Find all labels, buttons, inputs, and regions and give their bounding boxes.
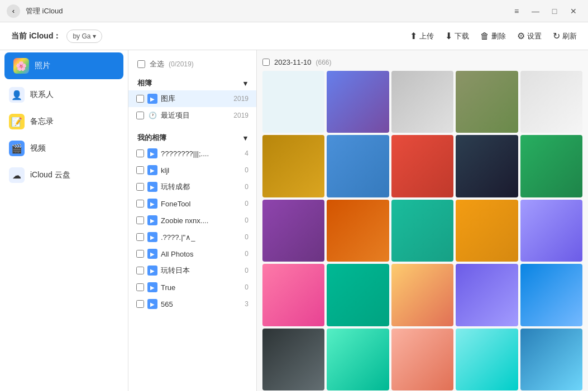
- album-name-album1: ????????|||;....: [161, 149, 239, 158]
- sidebar-item-icloud-drive[interactable]: ☁ iCloud 云盘: [0, 162, 128, 189]
- photo-cell[interactable]: [327, 329, 389, 390]
- photo-cell[interactable]: [520, 200, 582, 262]
- album-row-album1[interactable]: ▶ ????????|||;.... 4: [128, 145, 256, 162]
- left-panel: 全选 (0/2019) 相簿 ▾ ▶ 图库 2019 🕐 最近项目 2019 我…: [128, 50, 257, 391]
- photo-cell[interactable]: [327, 135, 389, 197]
- back-button[interactable]: ‹: [7, 4, 20, 18]
- album-row-album5[interactable]: ▶ Zoobie nxnx.... 0: [128, 212, 256, 229]
- photo-cell[interactable]: [456, 264, 518, 326]
- album-checkbox-album10[interactable]: [136, 300, 144, 308]
- album-checkbox-album4[interactable]: [136, 200, 144, 207]
- photo-cell[interactable]: [262, 200, 324, 262]
- toolbar-left: 当前 iCloud： by Ga ▾: [11, 30, 102, 43]
- photo-cell[interactable]: [327, 71, 389, 133]
- album-count-album7: 0: [245, 250, 248, 258]
- album-row-album2[interactable]: ▶ kljl 0: [128, 162, 256, 178]
- photo-cell[interactable]: [262, 264, 324, 326]
- album-count-album1: 4: [245, 149, 248, 157]
- album-name-library: 图库: [161, 94, 228, 104]
- album-name-album8: 玩转日本: [161, 266, 239, 276]
- maximize-button[interactable]: □: [547, 3, 562, 19]
- close-icon: ✕: [570, 7, 577, 16]
- album-row-album6[interactable]: ▶ .????.|"∧_ 0: [128, 229, 256, 245]
- my-album-section-title: 我的相簿 ▾: [128, 128, 256, 145]
- photo-cell[interactable]: [262, 135, 324, 197]
- date-group: 2023-11-10 (666): [262, 56, 582, 391]
- photo-cell[interactable]: [327, 264, 389, 326]
- photo-cell[interactable]: [520, 135, 582, 197]
- photo-cell[interactable]: [520, 264, 582, 326]
- album-row-album9[interactable]: ▶ True 0: [128, 279, 256, 296]
- select-all-checkbox[interactable]: [137, 60, 145, 68]
- icloud-icon: ☁: [9, 167, 25, 183]
- date-header: 2023-11-10 (666): [262, 56, 582, 71]
- refresh-button[interactable]: ↻ 刷新: [553, 31, 577, 41]
- photo-cell[interactable]: [391, 200, 453, 262]
- album-name-recent: 最近项目: [161, 110, 228, 120]
- toolbar: 当前 iCloud： by Ga ▾ ⬆ 上传 ⬇ 下载 🗑 删除 ⚙ 设置 ↻…: [0, 22, 588, 50]
- photo-cell[interactable]: [391, 329, 453, 390]
- album-checkbox-album1[interactable]: [136, 149, 144, 157]
- album-row-album3[interactable]: ▶ 玩转成都 0: [128, 178, 256, 195]
- photo-cell[interactable]: [456, 200, 518, 262]
- album-section-label: 相簿: [137, 78, 152, 88]
- album-folder-icon-album2: ▶: [147, 165, 157, 175]
- album-checkbox-album5[interactable]: [136, 216, 144, 224]
- album-row-album4[interactable]: ▶ FoneTool 0: [128, 195, 256, 212]
- close-button[interactable]: ✕: [566, 3, 581, 19]
- toolbar-actions: ⬆ 上传 ⬇ 下载 🗑 删除 ⚙ 设置 ↻ 刷新: [410, 31, 577, 41]
- photo-cell[interactable]: [262, 71, 324, 133]
- album-checkbox-album8[interactable]: [136, 267, 144, 274]
- refresh-label: 刷新: [562, 31, 577, 41]
- delete-icon: 🗑: [480, 31, 489, 41]
- minimize-button[interactable]: —: [528, 3, 543, 19]
- album-row-album7[interactable]: ▶ All Photos 0: [128, 245, 256, 262]
- album-name-album5: Zoobie nxnx....: [161, 216, 239, 225]
- album-name-album2: kljl: [161, 166, 239, 175]
- photo-cell[interactable]: [391, 71, 453, 133]
- photo-cell[interactable]: [262, 329, 324, 390]
- sidebar-item-videos[interactable]: 🎬 视频: [0, 135, 128, 162]
- account-name: by Ga: [73, 32, 90, 40]
- album-checkbox-album6[interactable]: [136, 233, 144, 241]
- account-selector[interactable]: by Ga ▾: [66, 30, 102, 43]
- upload-icon: ⬆: [410, 31, 417, 41]
- album-checkbox-album9[interactable]: [136, 283, 144, 291]
- window-controls: ≡ — □ ✕: [509, 3, 581, 19]
- date-group-checkbox[interactable]: [262, 59, 270, 66]
- menu-button[interactable]: ≡: [509, 3, 524, 19]
- photo-cell[interactable]: [391, 264, 453, 326]
- settings-icon: ⚙: [517, 31, 525, 41]
- album-checkbox-library[interactable]: [136, 95, 144, 103]
- album-folder-icon-album3: ▶: [147, 182, 157, 192]
- photo-cell[interactable]: [456, 71, 518, 133]
- download-button[interactable]: ⬇ 下载: [445, 31, 469, 41]
- select-count: (0/2019): [169, 60, 194, 68]
- album-count-album6: 0: [245, 233, 248, 241]
- album-folder-icon-album7: ▶: [147, 249, 157, 259]
- upload-button[interactable]: ⬆ 上传: [410, 31, 434, 41]
- album-checkbox-album7[interactable]: [136, 250, 144, 258]
- delete-button[interactable]: 🗑 删除: [480, 31, 506, 41]
- album-checkbox-recent[interactable]: [136, 112, 144, 119]
- album-count-library: 2019: [233, 95, 248, 103]
- sidebar-item-notes[interactable]: 📝 备忘录: [0, 108, 128, 135]
- photo-cell[interactable]: [456, 329, 518, 390]
- maximize-icon: □: [552, 7, 557, 16]
- settings-button[interactable]: ⚙ 设置: [517, 31, 542, 41]
- photo-cell[interactable]: [520, 329, 582, 390]
- sidebar-item-photos[interactable]: 🌸 照片: [4, 52, 123, 79]
- album-checkbox-album2[interactable]: [136, 166, 144, 174]
- album-checkbox-album3[interactable]: [136, 183, 144, 191]
- photo-cell[interactable]: [391, 135, 453, 197]
- sidebar-item-contacts[interactable]: 👤 联系人: [0, 81, 128, 108]
- photo-cell[interactable]: [327, 200, 389, 262]
- album-row-album8[interactable]: ▶ 玩转日本 0: [128, 262, 256, 279]
- contacts-icon: 👤: [9, 87, 25, 103]
- album-count-recent: 2019: [233, 112, 248, 119]
- photo-cell[interactable]: [520, 71, 582, 133]
- photo-cell[interactable]: [456, 135, 518, 197]
- album-row-library[interactable]: ▶ 图库 2019: [128, 90, 256, 107]
- album-row-album10[interactable]: ▶ 565 3: [128, 296, 256, 312]
- album-row-recent[interactable]: 🕐 最近项目 2019: [128, 107, 256, 124]
